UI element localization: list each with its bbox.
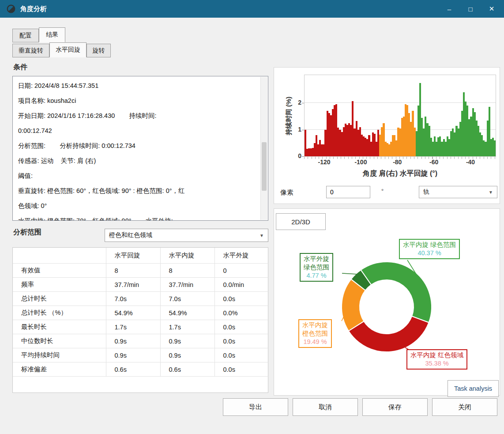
slice-label: 水平外旋: [304, 255, 329, 263]
subtab-rotation[interactable]: 旋转: [87, 44, 111, 57]
x-axis-label: 角度 肩(右) 水平回旋 (°): [304, 169, 496, 178]
slice-value: 19.49 %: [302, 338, 328, 346]
donut-panel: 2D/3D 水平内旋 绿色范围40.37 % 水平外旋绿色范围4.77 % 水平…: [274, 208, 500, 396]
row-label: 有效值: [13, 264, 106, 278]
y-axis-label: 持续时间 (%): [285, 75, 293, 157]
conditions-scrollbar[interactable]: [260, 77, 267, 220]
row-label: 最长时长: [13, 320, 106, 334]
table-row: 总计时长 （%）54.9%54.9%0.0%: [13, 306, 269, 320]
save-button[interactable]: 保存: [362, 398, 428, 416]
subtab-horizontal-rotation[interactable]: 水平回旋: [49, 42, 87, 57]
row-label: 平均持续时间: [13, 348, 106, 362]
histogram-bar: [494, 140, 496, 156]
task-analysis-button[interactable]: Task analysis: [448, 380, 499, 397]
conditions-line: 色领域: 0°: [18, 198, 258, 213]
histogram-panel: 持续时间 (%) 012 -120-100-80-60-40 角度 肩(右) 水…: [274, 67, 500, 204]
maximize-button[interactable]: □: [460, 0, 481, 18]
slice-value: 35.38 %: [410, 359, 463, 368]
table-row: 平均持续时间0.9s0.9s0.0s: [13, 348, 269, 362]
conditions-line: 传感器: 运动 关节: 肩 (右): [18, 153, 258, 168]
row-value: 54.9%: [160, 306, 214, 320]
slice-label: 绿色范围: [304, 263, 329, 272]
y-tick-label: 1: [293, 126, 301, 133]
y-tick-mark: [302, 103, 304, 103]
row-value: 0.6s: [106, 362, 160, 377]
row-value: 0.0/min: [214, 278, 269, 292]
table-column-header: 水平内旋: [160, 248, 214, 264]
toggle-2d3d-button[interactable]: 2D/3D: [276, 213, 326, 230]
conditions-line: 日期: 2024/4/8 15:44:57.351: [18, 78, 258, 93]
close-button[interactable]: 关闭: [432, 398, 497, 416]
row-label: 总计时长 （%）: [13, 306, 106, 320]
row-value: 0.0s: [214, 334, 269, 348]
row-value: 0.0%: [214, 306, 269, 320]
pixel-row: 像素 ° 轨 ▼: [274, 186, 500, 201]
x-tick-label: -120: [314, 159, 335, 166]
row-value: 0.6s: [160, 362, 214, 377]
conditions-line: 分析范围: 分析持续时间: 0:00:12.734: [18, 138, 258, 153]
histogram-bars: [305, 75, 496, 156]
tab-results[interactable]: 结果: [39, 27, 65, 42]
row-label: 频率: [13, 278, 106, 292]
row-value: 0: [214, 264, 269, 278]
x-tick-label: -80: [387, 159, 408, 166]
x-axis-ticks: -120-100-80-60-40: [304, 159, 496, 168]
subtab-vertical-rotation[interactable]: 垂直旋转: [12, 44, 49, 57]
x-tick-label: -100: [350, 159, 371, 166]
conditions-line: 0:00:12.742: [18, 123, 258, 138]
minimize-button[interactable]: –: [439, 0, 460, 18]
histogram-plot: [304, 75, 496, 157]
row-value: 1.7s: [106, 320, 160, 334]
slice-value: 40.37 %: [403, 249, 456, 257]
y-tick-mark: [302, 130, 304, 130]
table-header-row: 水平回旋水平内旋水平外旋: [13, 248, 269, 264]
row-value: 7.0s: [106, 292, 160, 306]
x-tick-label: -60: [423, 159, 444, 166]
scrollbar-thumb[interactable]: [262, 142, 267, 191]
donut-label-internal-orange: 水平内旋橙色范围19.49 %: [298, 319, 332, 348]
row-value: 0.0s: [214, 320, 269, 334]
row-value: 0.9s: [106, 348, 160, 362]
analysis-scope-value: 橙色和红色领域: [109, 231, 152, 239]
titlebar: 角度分析 – □ ✕: [0, 0, 504, 18]
track-dropdown-value: 轨: [423, 188, 429, 196]
row-value: 54.9%: [106, 306, 160, 320]
close-window-button[interactable]: ✕: [481, 0, 502, 18]
row-label: 标准偏差: [13, 362, 106, 377]
export-button[interactable]: 导出: [223, 398, 288, 416]
row-value: 8: [106, 264, 160, 278]
slice-label: 橙色范围: [302, 329, 328, 338]
cancel-button[interactable]: 取消: [293, 398, 358, 416]
row-label: 总计时长: [13, 292, 106, 306]
table-column-header: 水平回旋: [106, 248, 160, 264]
row-value: 0.0s: [214, 362, 269, 377]
conditions-line: 开始日期: 2024/1/16 17:16:28.430 持续时间:: [18, 108, 258, 123]
conditions-box: 日期: 2024/4/8 15:44:57.351项目名称: kousha2ci…: [12, 76, 268, 221]
chevron-down-icon: ▼: [260, 233, 264, 238]
conditions-line: 水平内旋: 橙色范围: 70°，红色领域: 90° 水平外旋:: [18, 213, 258, 221]
x-tick-label: -40: [460, 159, 481, 166]
conditions-line: 项目名称: kousha2ci: [18, 93, 258, 108]
pixel-label: 像素: [280, 189, 293, 197]
row-value: 37.7/min: [106, 278, 160, 292]
protractor-icon: [6, 4, 16, 14]
row-label: 中位数时长: [13, 334, 106, 348]
table-column-header: 水平外旋: [214, 248, 269, 264]
analysis-scope-heading: 分析范围: [13, 228, 41, 237]
y-tick-label: 2: [293, 99, 301, 106]
stats-table: 水平回旋水平内旋水平外旋 有效值880频率37.7/min37.7/min0.0…: [12, 247, 268, 393]
row-value: 8: [160, 264, 214, 278]
degree-unit-label: °: [381, 188, 384, 194]
conditions-heading: 条件: [13, 63, 27, 72]
row-value: 0.9s: [160, 334, 214, 348]
analysis-scope-dropdown[interactable]: 橙色和红色领域 ▼: [105, 229, 268, 242]
row-value: 7.0s: [160, 292, 214, 306]
row-value: 0.9s: [160, 348, 214, 362]
chevron-down-icon: ▼: [489, 190, 493, 195]
table-row: 标准偏差0.6s0.6s0.0s: [13, 362, 269, 377]
tab-config[interactable]: 配置: [12, 29, 39, 42]
y-tick-label: 0: [293, 152, 301, 159]
track-dropdown[interactable]: 轨 ▼: [419, 186, 497, 198]
row-value: 37.7/min: [160, 278, 214, 292]
pixel-input[interactable]: [326, 186, 370, 198]
